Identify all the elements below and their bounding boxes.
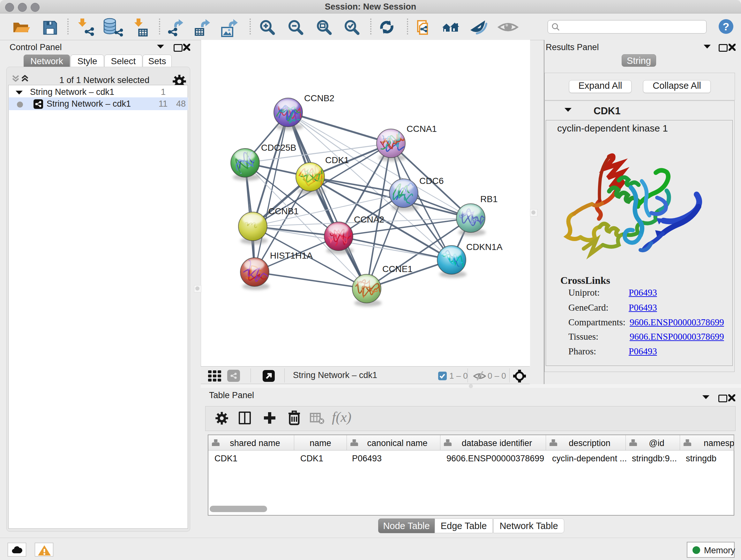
svg-text:CDC25B: CDC25B — [261, 143, 296, 152]
svg-text:CDC6: CDC6 — [419, 176, 444, 186]
svg-text:CCNE1: CCNE1 — [382, 264, 413, 274]
svg-text:RB1: RB1 — [480, 194, 497, 204]
svg-text:CCNB2: CCNB2 — [304, 93, 334, 103]
svg-text:CCNB1: CCNB1 — [268, 206, 299, 216]
svg-text:?: ? — [723, 20, 730, 33]
svg-text:CDK1: CDK1 — [325, 155, 349, 165]
svg-text:CCNA2: CCNA2 — [354, 214, 384, 225]
svg-text:HIST1H1A: HIST1H1A — [270, 251, 313, 260]
svg-text:CCNA1: CCNA1 — [407, 124, 437, 134]
svg-text:CDKN1A: CDKN1A — [466, 242, 502, 252]
